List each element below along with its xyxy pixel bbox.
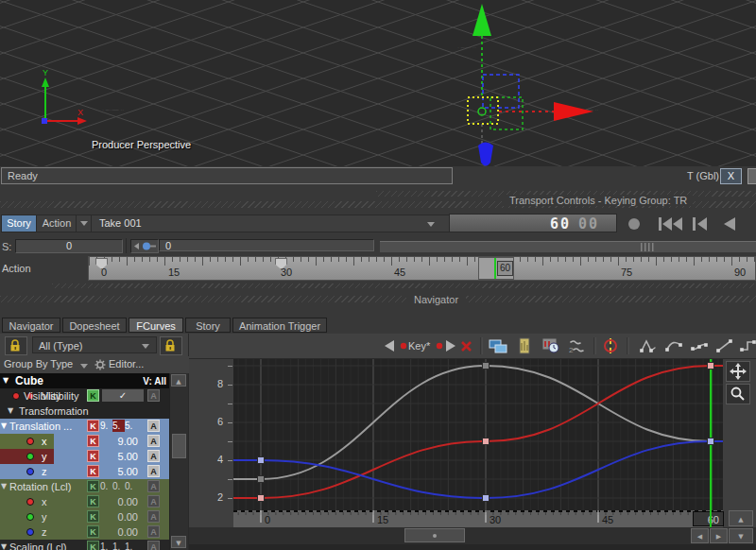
value-field[interactable]: 5.00 <box>98 449 138 464</box>
time-axis-button[interactable] <box>541 336 560 355</box>
start-frame-field[interactable]: 0 <box>15 239 123 253</box>
value-cell[interactable]: 0. <box>100 480 112 492</box>
expand-arrow-icon[interactable]: ▼ <box>1 419 7 434</box>
manipulator-plane-yz[interactable] <box>490 97 523 129</box>
dock-grip[interactable] <box>0 296 756 302</box>
manipulator-x-arrow[interactable] <box>554 102 593 121</box>
keyframe-point[interactable] <box>258 476 265 483</box>
prev-key-button[interactable] <box>383 336 396 355</box>
value-field[interactable]: 0.00 <box>98 524 138 540</box>
key-button[interactable]: K <box>87 541 99 550</box>
dock-grip[interactable] <box>52 284 756 288</box>
scroll-right-button[interactable]: ▶ <box>710 528 728 543</box>
tree-row-z[interactable]: zK0.00A <box>0 524 169 540</box>
value-cell[interactable]: 0. <box>112 480 125 492</box>
expand-arrow-icon[interactable]: ▼ <box>1 479 7 494</box>
time-axis[interactable]: 0153045 60 <box>233 510 723 527</box>
tangent-user-button[interactable] <box>691 336 708 355</box>
current-value-field[interactable]: 0 <box>159 239 374 251</box>
value-cell[interactable]: 0. <box>125 480 137 492</box>
layout-button[interactable] <box>489 336 507 355</box>
scroll-up-button[interactable]: ▲ <box>729 510 753 526</box>
keyframe-point[interactable] <box>258 495 265 502</box>
tangent-smooth-button[interactable] <box>665 336 682 355</box>
keyframe-point[interactable] <box>483 438 490 445</box>
animated-button[interactable]: A <box>147 541 160 550</box>
expand-arrow-icon[interactable]: ▼ <box>1 540 7 550</box>
zoom-tool-button[interactable] <box>726 384 750 404</box>
animated-button[interactable]: A <box>147 525 160 538</box>
animated-button[interactable]: A <box>147 480 160 492</box>
animated-button[interactable]: A <box>147 510 160 523</box>
animated-button[interactable]: A <box>147 465 160 477</box>
keyframe-point[interactable] <box>483 495 490 502</box>
tab-dopesheet[interactable]: Dopesheet <box>62 318 127 333</box>
group-by-select[interactable]: Group By Type <box>4 358 73 370</box>
play-backward-button[interactable] <box>723 217 738 231</box>
tree-row-x[interactable]: xK0.00A <box>0 494 169 509</box>
translate-manipulator[interactable] <box>468 4 593 166</box>
previous-key-button[interactable] <box>693 217 712 231</box>
value-field[interactable]: 0.00 <box>98 509 138 524</box>
tree-row-cube[interactable]: ▼CubeV: All <box>0 373 169 388</box>
gizmo-axis-button[interactable]: X <box>720 168 742 184</box>
action-mode-button[interactable]: Action <box>36 215 77 232</box>
value-field[interactable]: 0.00 <box>98 494 138 509</box>
frame-counter[interactable]: 6000 <box>449 214 617 232</box>
animated-button[interactable]: A <box>147 435 160 447</box>
keyframe-point[interactable] <box>708 438 714 445</box>
key-button[interactable]: K <box>87 389 99 402</box>
tree-scrollbar[interactable]: ▲ ▼ <box>169 373 188 550</box>
scroll-down-button[interactable]: ▼ <box>171 536 186 548</box>
splitter-grip[interactable] <box>641 243 656 251</box>
value-cell[interactable]: 1. <box>100 541 112 550</box>
tree-row-y[interactable]: yK5.00A <box>0 449 169 464</box>
lock-button[interactable] <box>160 336 182 355</box>
lock-button[interactable] <box>5 336 27 355</box>
timeline-playhead[interactable]: 60 <box>478 257 514 280</box>
value-cell[interactable]: 9. <box>100 420 112 432</box>
scroll-down-button[interactable]: ▼ <box>729 528 753 543</box>
smooth-curve-button[interactable]: 2 <box>568 336 587 355</box>
keyframe-point[interactable] <box>483 363 490 370</box>
expand-arrow-icon[interactable]: ▼ <box>8 404 13 419</box>
tree-row-y[interactable]: yK0.00A <box>0 509 169 524</box>
delete-key-button[interactable] <box>460 336 472 355</box>
gizmo-axis-button-partial[interactable] <box>747 168 756 184</box>
animated-button[interactable]: A <box>147 420 160 432</box>
key-dot-left[interactable] <box>400 336 407 355</box>
tab-navigator[interactable]: Navigator <box>2 318 60 333</box>
pan-tool-button[interactable] <box>726 361 750 382</box>
expand-arrow-icon[interactable]: ▼ <box>3 373 9 388</box>
tree-row-rotation-lcl-[interactable]: ▼Rotation (Lcl)K0.0.0.A <box>0 479 169 494</box>
editor-button[interactable]: Editor... <box>109 358 144 370</box>
manipulator-plane-xy[interactable] <box>483 75 519 108</box>
keyframe-point[interactable] <box>708 363 714 370</box>
filter-type-select[interactable]: All (Type) <box>32 336 157 353</box>
tree-row-scaling-lcl-[interactable]: ▼Scaling (Lcl)K1.1.1.A <box>0 540 169 550</box>
value-cell[interactable]: 1. <box>125 541 137 550</box>
viewport-3d[interactable]: · –··–– ·· ·· –·–– ·· · –·–· ·· Y X <box>0 0 756 166</box>
tree-row-x[interactable]: xK9.00A <box>0 434 169 449</box>
action-timeline-ruler[interactable]: 0153045607590 <box>88 256 756 281</box>
animated-button[interactable]: A <box>147 495 160 507</box>
tangent-step-button[interactable] <box>740 336 756 355</box>
value-cell[interactable]: 1. <box>112 541 125 550</box>
fcurve-hscrollbar[interactable]: ◀ ▶ ▼ <box>189 527 756 544</box>
tree-row-transformation[interactable]: ▼Transformation <box>0 404 169 419</box>
story-mode-button[interactable]: Story <box>1 215 37 232</box>
scrollbar-thumb[interactable] <box>172 434 186 458</box>
tangent-linear-button[interactable] <box>716 336 733 355</box>
tree-row-translation-[interactable]: ▼Translation ...K9.5.5.A <box>0 419 169 434</box>
splitter-bar[interactable] <box>380 241 756 252</box>
tab-animation-trigger[interactable]: Animation Trigger <box>232 318 327 333</box>
take-select[interactable]: Take 001 <box>91 215 452 232</box>
scrollbar-thumb[interactable] <box>404 528 465 542</box>
animated-button[interactable]: A <box>147 450 160 462</box>
value-cell[interactable]: 5. <box>112 420 125 432</box>
visibility-checkbox[interactable]: ✓ <box>102 389 144 402</box>
curve-plot-area[interactable] <box>233 359 723 510</box>
key-dot-right[interactable] <box>436 336 443 355</box>
value-cell[interactable]: 5. <box>125 420 137 432</box>
manipulator-z-handle[interactable] <box>478 143 493 166</box>
